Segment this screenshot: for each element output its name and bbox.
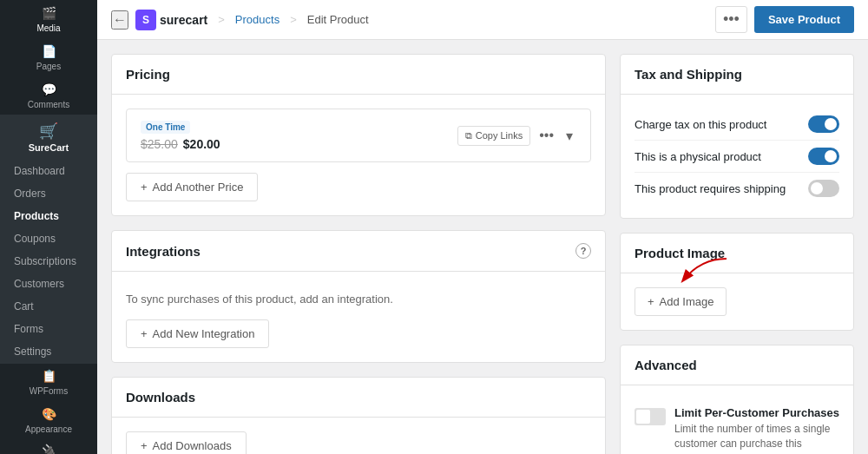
integrations-card-header: Integrations ? <box>112 231 605 272</box>
sidebar-item-coupons[interactable]: Coupons <box>0 227 97 250</box>
advanced-header: Advanced <box>621 345 853 385</box>
tax-toggle-1[interactable] <box>808 148 839 165</box>
sidebar-item-pages[interactable]: 📄 Pages <box>0 38 97 76</box>
sidebar-item-products[interactable]: Products <box>0 205 97 227</box>
sidebar: 🎬 Media 📄 Pages 💬 Comments 🛒 SureCart Da… <box>0 0 97 454</box>
integrations-card-body: To sync purchases of this product, add a… <box>112 272 605 362</box>
product-image-area: + Add Image <box>635 287 727 316</box>
main-right-column: Tax and Shipping Charge tax on this prod… <box>620 54 854 440</box>
tax-toggle-0[interactable] <box>808 115 839 133</box>
breadcrumb-products[interactable]: Products <box>235 13 279 26</box>
red-arrow-annotation <box>674 254 735 289</box>
tax-shipping-title: Tax and Shipping <box>635 67 742 82</box>
tax-label-0: Charge tax on this product <box>635 118 766 131</box>
advanced-body: Limit Per-Customer Purchases Limit the n… <box>621 385 853 454</box>
advanced-title: Advanced <box>635 358 697 372</box>
price-row: One Time $25.00 $20.00 ⧉ Copy Links <box>126 109 591 162</box>
copy-icon: ⧉ <box>465 130 472 141</box>
limit-desc: Limit the number of times a single custo… <box>674 422 839 454</box>
tax-label-2: This product requires shipping <box>635 182 786 195</box>
tax-toggle-row-0: Charge tax on this product <box>635 109 839 141</box>
advanced-card: Advanced Limit Per-Customer Purchases Li… <box>620 345 854 454</box>
price-info: One Time $25.00 $20.00 <box>141 120 220 151</box>
advanced-limit-row: Limit Per-Customer Purchases Limit the n… <box>635 399 839 454</box>
sidebar-item-dashboard[interactable]: Dashboard <box>0 160 97 182</box>
appearance-icon: 🎨 <box>42 407 56 421</box>
downloads-title: Downloads <box>126 390 195 405</box>
comments-icon: 💬 <box>42 82 56 96</box>
add-downloads-icon: + <box>141 439 148 452</box>
integrations-title: Integrations <box>126 244 201 259</box>
sidebar-item-customers[interactable]: Customers <box>0 273 97 295</box>
sidebar-item-subscriptions[interactable]: Subscriptions <box>0 250 97 273</box>
sidebar-item-wpforms[interactable]: 📋 WPForms <box>0 363 97 401</box>
add-integration-button[interactable]: + Add New Integration <box>126 319 269 348</box>
pricing-title: Pricing <box>126 67 170 82</box>
pricing-card-header: Pricing <box>112 55 605 95</box>
tax-toggle-2[interactable] <box>808 180 839 197</box>
integrations-empty-text: To sync purchases of this product, add a… <box>126 286 591 319</box>
add-price-icon: + <box>141 181 148 194</box>
toggle-slider-1 <box>808 148 839 165</box>
integrations-card: Integrations ? To sync purchases of this… <box>111 230 606 363</box>
sidebar-item-plugins[interactable]: 🔌 Plugins 1 <box>0 439 97 454</box>
copy-links-button[interactable]: ⧉ Copy Links <box>457 126 530 146</box>
save-product-button[interactable]: Save Product <box>754 6 854 33</box>
price-badge: One Time <box>141 121 190 134</box>
more-options-button[interactable]: ••• <box>715 6 747 33</box>
price-expand-button[interactable]: ▾ <box>562 126 576 146</box>
pages-icon: 📄 <box>42 44 56 58</box>
price-more-button[interactable]: ••• <box>536 126 557 145</box>
sidebar-item-cart[interactable]: Cart <box>0 295 97 318</box>
add-image-icon: + <box>648 295 654 308</box>
price-old: $25.00 <box>141 137 178 151</box>
toggle-slider-2 <box>808 180 839 197</box>
breadcrumb-sep-2: > <box>290 13 297 26</box>
integrations-help-icon[interactable]: ? <box>575 243 591 259</box>
sidebar-surecart-brand[interactable]: 🛒 SureCart <box>0 115 97 160</box>
sidebar-surecart-submenu: Dashboard Orders Products Coupons Subscr… <box>0 160 97 363</box>
plugins-icon: 🔌 <box>42 444 56 454</box>
wpforms-icon: 📋 <box>42 369 56 383</box>
sidebar-item-appearance[interactable]: 🎨 Appearance <box>0 401 97 439</box>
surecart-logo-text: surecart <box>160 13 207 27</box>
product-image-card: Product Image <box>620 233 854 331</box>
pricing-card: Pricing One Time $25.00 $20.00 <box>111 54 606 216</box>
media-icon: 🎬 <box>42 6 56 20</box>
surecart-icon: 🛒 <box>39 122 58 141</box>
add-image-button[interactable]: + Add Image <box>635 287 727 316</box>
product-image-header: Product Image <box>621 234 853 273</box>
sidebar-item-forms[interactable]: Forms <box>0 318 97 340</box>
advanced-limit-text: Limit Per-Customer Purchases Limit the n… <box>674 406 839 454</box>
back-button[interactable]: ← <box>111 10 128 30</box>
pricing-card-body: One Time $25.00 $20.00 ⧉ Copy Links <box>112 95 605 215</box>
sidebar-item-media[interactable]: 🎬 Media <box>0 0 97 38</box>
tax-shipping-header: Tax and Shipping <box>621 55 853 95</box>
sidebar-item-orders[interactable]: Orders <box>0 182 97 205</box>
add-downloads-button[interactable]: + Add Downloads <box>126 431 247 454</box>
downloads-card-body: + Add Downloads <box>112 418 605 454</box>
downloads-card-header: Downloads <box>112 378 605 418</box>
add-price-button[interactable]: + Add Another Price <box>126 173 258 201</box>
limit-label: Limit Per-Customer Purchases <box>674 406 839 419</box>
sidebar-item-settings-sc[interactable]: Settings <box>0 340 97 363</box>
topbar: ← S surecart > Products > Edit Product •… <box>97 0 868 40</box>
tax-toggle-row-1: This is a physical product <box>635 141 839 173</box>
price-new: $20.00 <box>183 137 220 151</box>
limit-toggle[interactable] <box>635 408 666 425</box>
sidebar-item-comments[interactable]: 💬 Comments <box>0 76 97 115</box>
main-content: Pricing One Time $25.00 $20.00 <box>97 40 868 454</box>
tax-shipping-body: Charge tax on this product This is a phy… <box>621 95 853 218</box>
toggle-slider-0 <box>808 115 839 133</box>
toggle-knob <box>636 410 650 424</box>
price-values: $25.00 $20.00 <box>141 137 220 151</box>
tax-label-1: This is a physical product <box>635 150 761 163</box>
downloads-card: Downloads + Add Downloads <box>111 377 606 454</box>
add-integration-icon: + <box>141 327 148 340</box>
surecart-logo-icon: S <box>135 10 156 30</box>
product-image-body: + Add Image <box>621 273 853 330</box>
tax-shipping-card: Tax and Shipping Charge tax on this prod… <box>620 54 854 219</box>
breadcrumb-sep-1: > <box>218 13 225 26</box>
breadcrumb-current: Edit Product <box>307 13 369 26</box>
topbar-logo: S surecart <box>135 10 207 30</box>
